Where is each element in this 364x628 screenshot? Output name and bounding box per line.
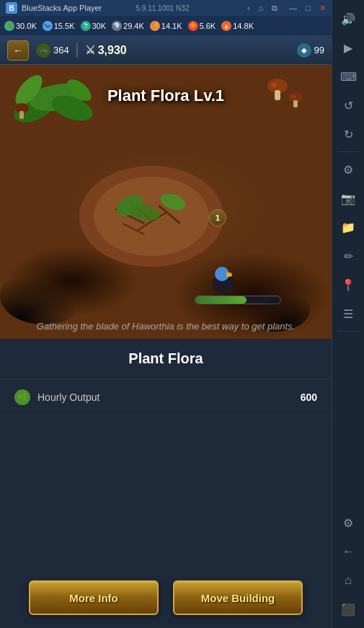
game-area: 1 Plant Flora Lv.1 Gathering the blade o… bbox=[0, 65, 332, 339]
char-beak bbox=[226, 273, 232, 277]
stone-value: 29.4K bbox=[123, 22, 144, 30]
diamond-value: 99 bbox=[314, 45, 324, 56]
sidebar-divider-2 bbox=[337, 331, 359, 332]
hourly-output-row: 🌿 Hourly Output 600 bbox=[0, 379, 332, 416]
panel-title: Plant Flora bbox=[0, 339, 332, 379]
fire-icon: 🔥 bbox=[221, 21, 231, 31]
mushroom-2 bbox=[288, 90, 303, 111]
back-button[interactable]: ← bbox=[7, 40, 29, 61]
hourly-output-label: Hourly Output bbox=[37, 392, 301, 403]
sidebar-rotate-right-btn[interactable]: ↻ bbox=[335, 121, 361, 147]
workers-icon: 🐜 bbox=[43, 21, 53, 31]
food-value: 30.0K bbox=[16, 22, 37, 30]
ant-stat: 🐜 364 bbox=[36, 43, 69, 58]
sidebar-sound-btn[interactable]: 🔊 bbox=[335, 6, 361, 32]
stat-fire: 🔥 14.8K bbox=[221, 21, 254, 31]
ant-value: 364 bbox=[53, 45, 69, 56]
svg-rect-10 bbox=[293, 100, 298, 107]
crystal-icon: 🔶 bbox=[188, 21, 198, 31]
food-icon: 🌿 bbox=[4, 21, 14, 31]
diamond-stat: ◆ 99 bbox=[297, 43, 324, 58]
svg-rect-7 bbox=[275, 90, 280, 100]
stat-food: 🌿 30.0K bbox=[4, 21, 37, 31]
more-info-button[interactable]: More Info bbox=[29, 580, 159, 615]
svg-point-6 bbox=[271, 83, 277, 87]
diamond-icon: ◆ bbox=[297, 43, 311, 58]
action-buttons: More Info Move Building bbox=[0, 580, 332, 615]
bottom-panel: Plant Flora 🌿 Hourly Output 600 More Inf… bbox=[0, 339, 332, 628]
back-arrow-icon: ← bbox=[13, 45, 23, 56]
stat-wood: 🍃 30K bbox=[81, 21, 107, 31]
prev-btn[interactable]: ‹ bbox=[247, 4, 250, 13]
sidebar-keyboard-btn[interactable]: ⌨ bbox=[335, 63, 361, 89]
close-btn[interactable]: ✕ bbox=[319, 4, 326, 13]
sidebar-screenshot-btn[interactable]: 📷 bbox=[335, 185, 361, 211]
plant-flora-label: Plant Flora Lv.1 bbox=[107, 87, 224, 105]
title-bar: B BlueStacks App Player 5.9.11.1001 N32 … bbox=[0, 0, 332, 16]
stat-workers: 🐜 15.5K bbox=[43, 21, 75, 31]
hourly-output-value: 600 bbox=[301, 392, 317, 403]
mushroom-1 bbox=[267, 76, 288, 104]
sand-value: 14.1K bbox=[161, 22, 182, 30]
minimize-btn[interactable]: — bbox=[289, 4, 297, 13]
shadow-left bbox=[0, 267, 86, 324]
maximize-btn[interactable]: □ bbox=[306, 4, 311, 13]
ant-icon: 🐜 bbox=[36, 43, 50, 58]
mushroom-3 bbox=[14, 101, 29, 123]
stat-sand: 🌾 14.1K bbox=[150, 21, 182, 31]
sidebar-back-btn[interactable]: ← bbox=[335, 539, 361, 565]
sidebar-play-btn[interactable]: ▶ bbox=[335, 35, 361, 61]
workers-value: 15.5K bbox=[54, 22, 75, 30]
sidebar-settings-btn[interactable]: ⚙ bbox=[335, 156, 361, 182]
svg-rect-12 bbox=[19, 111, 24, 119]
home-btn[interactable]: ⌂ bbox=[259, 4, 264, 13]
sidebar-settings2-btn[interactable]: ⚙ bbox=[335, 510, 361, 536]
stats-bar: 🌿 30.0K 🐜 15.5K 🍃 30K 💎 29.4K 🌾 14.1K 🔶 … bbox=[0, 16, 332, 36]
stat-crystal: 🔶 5.6K bbox=[188, 21, 216, 31]
soil-mound bbox=[72, 151, 231, 267]
info-text: Gathering the blade of Haworthia is the … bbox=[14, 321, 317, 332]
right-sidebar: 🔊 ▶ ⌨ ↺ ↻ ⚙ 📷 📁 ✏ 📍 ☰ ⚙ ← ⌂ ⬛ bbox=[332, 0, 364, 628]
fire-value: 14.8K bbox=[233, 22, 254, 30]
app-logo: B bbox=[6, 2, 17, 14]
nav-separator-1 bbox=[76, 43, 78, 58]
wood-value: 30K bbox=[92, 22, 107, 30]
sidebar-edit-btn[interactable]: ✏ bbox=[335, 243, 361, 269]
sidebar-pin-btn[interactable]: 📍 bbox=[335, 272, 361, 298]
app-name: BlueStacks App Player bbox=[22, 4, 133, 12]
character-bird bbox=[209, 267, 238, 296]
swords-icon: ⚔ bbox=[85, 43, 95, 57]
wood-icon: 🍃 bbox=[81, 21, 91, 31]
window-controls: ‹ ⌂ ⧉ — □ ✕ bbox=[247, 4, 326, 13]
move-building-button[interactable]: Move Building bbox=[173, 580, 303, 615]
stone-icon: 💎 bbox=[112, 21, 122, 31]
svg-point-9 bbox=[291, 95, 296, 98]
sidebar-divider-1 bbox=[337, 151, 359, 152]
gold-value: 3,930 bbox=[98, 44, 127, 57]
sidebar-home-btn[interactable]: ⌂ bbox=[335, 567, 361, 593]
app-version: 5.9.11.1001 N32 bbox=[136, 4, 248, 12]
sidebar-rotate-left-btn[interactable]: ↺ bbox=[335, 92, 361, 118]
nav-bar: ← 🐜 364 ⚔ 3,930 ◆ 99 bbox=[0, 36, 332, 65]
leaf-icon: 🌿 bbox=[14, 389, 30, 405]
copy-btn[interactable]: ⧉ bbox=[272, 4, 278, 13]
progress-bar-fill bbox=[195, 296, 247, 304]
sand-icon: 🌾 bbox=[150, 21, 160, 31]
sidebar-folder-btn[interactable]: 📁 bbox=[335, 214, 361, 240]
sidebar-menu-btn[interactable]: ☰ bbox=[335, 301, 361, 327]
sidebar-recents-btn[interactable]: ⬛ bbox=[335, 596, 361, 622]
level-badge: 1 bbox=[209, 209, 226, 226]
crystal-value: 5.6K bbox=[200, 22, 216, 30]
stat-stone: 💎 29.4K bbox=[112, 21, 144, 31]
gold-stat: ⚔ 3,930 bbox=[85, 43, 127, 57]
